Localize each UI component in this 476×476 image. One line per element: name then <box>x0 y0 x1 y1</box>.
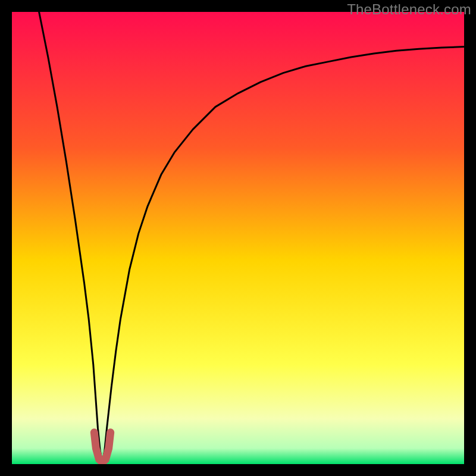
heatmap-background <box>12 12 464 464</box>
chart-svg <box>12 12 464 464</box>
watermark-label: TheBottleneck.com <box>347 1 471 18</box>
plot-area <box>12 12 464 464</box>
chart-frame: TheBottleneck.com <box>0 0 476 476</box>
